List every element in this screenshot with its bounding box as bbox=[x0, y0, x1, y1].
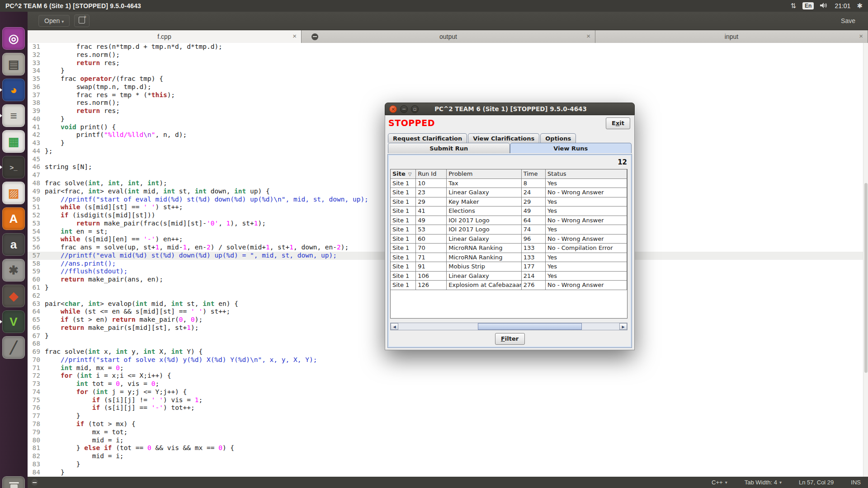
launcher-item-gedit[interactable]: ≡ bbox=[2, 104, 25, 127]
table-cell: IOI 2017 Logo bbox=[447, 216, 521, 225]
new-document-button[interactable] bbox=[74, 14, 90, 27]
launcher-item-java-app[interactable]: ◆ bbox=[2, 285, 25, 307]
code-line[interactable]: 81 } else if (tot == 0 && vis && mx == 0… bbox=[28, 444, 868, 452]
code-line[interactable]: 76 if (s[i][j] == '-') tot++; bbox=[28, 404, 868, 412]
column-header-problem[interactable]: Problem bbox=[447, 169, 521, 179]
code-line[interactable]: 78 if (tot > mx) { bbox=[28, 420, 868, 428]
bottom-panel-toggle-icon[interactable] bbox=[31, 479, 38, 486]
code-text: } bbox=[45, 460, 80, 468]
launcher-item-terminal[interactable]: >_ bbox=[2, 156, 25, 178]
open-button[interactable]: Open ▾ bbox=[38, 15, 70, 27]
pc2-tab-view-runs[interactable]: View Runs bbox=[510, 143, 632, 153]
view-runs-pane: 12 Site▽Run IdProblemTimeStatusSite 110T… bbox=[388, 155, 632, 347]
pc2-tab-view-clarifications[interactable]: View Clarifications bbox=[468, 133, 539, 143]
table-row[interactable]: Site 110Tax8Yes bbox=[391, 179, 627, 188]
code-line[interactable]: 75 if (s[i][j] != ' ') vis = 1; bbox=[28, 396, 868, 404]
line-number: 36 bbox=[28, 83, 45, 91]
code-text: int bbox=[163, 188, 175, 195]
keyboard-layout-indicator[interactable]: En bbox=[802, 2, 814, 9]
tab-close-icon[interactable]: × bbox=[292, 32, 297, 40]
code-text: , bbox=[183, 316, 191, 323]
launcher-item-files[interactable]: ▤ bbox=[2, 53, 25, 75]
table-row[interactable]: Site 149IOI 2017 Logo64No - Wrong Answer bbox=[391, 216, 627, 225]
table-row[interactable]: Site 141Elections49Yes bbox=[391, 206, 627, 216]
hscroll-thumb[interactable] bbox=[478, 323, 582, 330]
code-line[interactable]: 72 for (int i = x;i <= X;i++) { bbox=[28, 372, 868, 380]
code-line[interactable]: 79 mx = tot; bbox=[28, 428, 868, 436]
pc2-tab-submit-run[interactable]: Submit Run bbox=[388, 143, 510, 153]
code-line[interactable]: 84 } bbox=[28, 469, 868, 477]
line-number: 83 bbox=[28, 460, 45, 469]
table-row[interactable]: Site 129Key Maker29Yes bbox=[391, 197, 627, 207]
code-line[interactable]: 70 //printf("start of solve x(%d) y(%d) … bbox=[28, 356, 868, 364]
code-line[interactable]: 35 frac operator/(frac tmp) { bbox=[28, 75, 868, 83]
code-line[interactable]: 37 frac res = tmp * (*this); bbox=[28, 91, 868, 99]
session-gear-icon[interactable]: ✱ bbox=[857, 2, 863, 10]
launcher-item-system-settings[interactable]: ✱ bbox=[2, 259, 25, 282]
code-line[interactable]: 33 return res; bbox=[28, 59, 868, 67]
volume-icon[interactable] bbox=[820, 2, 828, 10]
code-line[interactable]: 34 } bbox=[28, 67, 868, 75]
launcher-item-vim[interactable]: V bbox=[2, 310, 25, 333]
launcher-item-ubuntu-dash[interactable]: ◎ bbox=[2, 27, 25, 50]
network-indicator-icon[interactable]: ⇅ bbox=[790, 2, 796, 10]
code-line[interactable]: 31 frac res(n*tmp.d + tmp.n*d, d*tmp.d); bbox=[28, 43, 868, 51]
hscroll-track[interactable] bbox=[398, 323, 619, 330]
table-row[interactable]: Site 160Linear Galaxy96No - Wrong Answer bbox=[391, 235, 627, 244]
pc2-titlebar[interactable]: × − ▫ PC^2 TEAM 6 (Site 1) [STOPPED] 9.5… bbox=[385, 103, 635, 115]
tab-close-icon[interactable]: × bbox=[859, 32, 863, 40]
code-line[interactable]: 73 int tot = 0, vis = 0; bbox=[28, 380, 868, 388]
editor-tab-output[interactable]: output× bbox=[302, 30, 595, 43]
close-icon[interactable]: × bbox=[389, 105, 397, 113]
scroll-left-icon[interactable]: ◀ bbox=[391, 323, 398, 330]
table-row[interactable]: Site 123Linear Galaxy24No - Wrong Answer bbox=[391, 188, 627, 197]
table-row[interactable]: Site 170MicroRNA Ranking133No - Compilat… bbox=[391, 244, 627, 253]
maximize-icon[interactable]: ▫ bbox=[411, 105, 419, 113]
code-line[interactable]: 74 for (int j = y;j <= Y;j++) { bbox=[28, 388, 868, 396]
editor-tab-input[interactable]: input× bbox=[595, 30, 868, 43]
code-line[interactable]: 36 swap(tmp.n, tmp.d); bbox=[28, 83, 868, 91]
code-line[interactable]: 82 mid = i; bbox=[28, 452, 868, 460]
launcher-item-text-editor-2[interactable]: ╱ bbox=[2, 336, 25, 359]
launcher-item-amazon[interactable]: a bbox=[2, 233, 25, 256]
code-line[interactable]: 77 } bbox=[28, 412, 868, 420]
column-header-status[interactable]: Status bbox=[546, 169, 627, 179]
table-row[interactable]: Site 191Mobius Strip177Yes bbox=[391, 262, 627, 272]
scroll-right-icon[interactable]: ▶ bbox=[619, 323, 627, 330]
editor-scrollbar-thumb[interactable] bbox=[864, 183, 868, 373]
tab-close-icon[interactable]: × bbox=[586, 32, 590, 40]
code-line[interactable]: 32 res.norm(); bbox=[28, 51, 868, 59]
column-header-time[interactable]: Time bbox=[522, 169, 546, 179]
column-header-site[interactable]: Site▽ bbox=[391, 169, 416, 179]
launcher-item-trash[interactable] bbox=[2, 476, 25, 488]
table-row[interactable]: Site 153IOI 2017 Logo74Yes bbox=[391, 225, 627, 235]
code-line[interactable]: 71 int mid, mx = 0; bbox=[28, 364, 868, 372]
table-row[interactable]: Site 1106Linear Galaxy214Yes bbox=[391, 272, 627, 281]
tab-width-selector[interactable]: Tab Width: 4 ▾ bbox=[745, 479, 782, 486]
line-number: 80 bbox=[28, 436, 45, 445]
pc2-tab-request-clarification[interactable]: Request Clarification bbox=[388, 133, 467, 143]
language-selector[interactable]: C++ ▾ bbox=[712, 479, 727, 486]
launcher-item-libreoffice-calc[interactable]: ▦ bbox=[2, 130, 25, 153]
runs-table[interactable]: Site▽Run IdProblemTimeStatusSite 110Tax8… bbox=[390, 169, 627, 319]
minimize-icon[interactable]: − bbox=[400, 105, 408, 113]
clock[interactable]: 21:01 bbox=[835, 2, 850, 9]
table-row[interactable]: Site 171MicroRNA Ranking133Yes bbox=[391, 253, 627, 263]
table-row[interactable]: Site 1126Explosiom at Cafebazaar276No - … bbox=[391, 281, 627, 290]
editor-scrollbar[interactable] bbox=[863, 43, 868, 477]
filter-button[interactable]: Filter bbox=[495, 333, 525, 345]
runs-table-hscrollbar[interactable]: ◀ ▶ bbox=[390, 323, 627, 330]
launcher-item-firefox[interactable]: ◕ bbox=[2, 79, 25, 101]
pc2-tab-options[interactable]: Options bbox=[540, 133, 576, 143]
code-text: //ans.print(); bbox=[61, 260, 116, 267]
launcher-item-libreoffice-impress[interactable]: ▨ bbox=[2, 182, 25, 204]
column-header-run-id[interactable]: Run Id bbox=[416, 169, 447, 179]
launcher-item-software-center[interactable]: A bbox=[2, 207, 25, 230]
code-line[interactable]: 83 } bbox=[28, 460, 868, 469]
save-button[interactable]: Save bbox=[836, 15, 860, 26]
exit-button[interactable]: Exit bbox=[606, 117, 630, 129]
table-cell: Yes bbox=[546, 272, 627, 281]
code-text: while bbox=[61, 308, 80, 315]
code-line[interactable]: 80 mid = i; bbox=[28, 436, 868, 445]
editor-tab-f.cpp[interactable]: f.cpp× bbox=[28, 30, 302, 43]
